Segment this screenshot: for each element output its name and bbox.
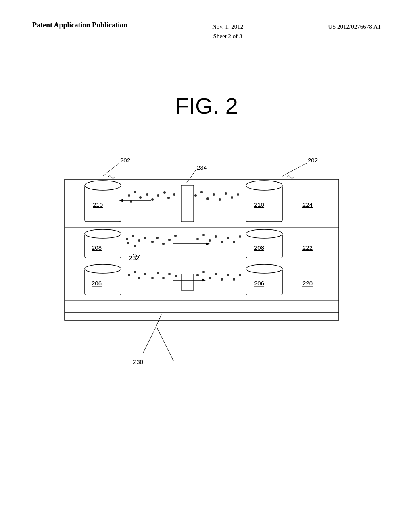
svg-point-70 <box>221 278 223 281</box>
svg-rect-19 <box>181 274 194 290</box>
svg-point-72 <box>233 278 235 281</box>
svg-line-80 <box>103 163 119 176</box>
svg-point-58 <box>134 271 136 273</box>
svg-marker-79 <box>202 278 206 282</box>
svg-rect-0 <box>65 179 339 320</box>
svg-point-15 <box>85 264 121 273</box>
svg-rect-18 <box>181 185 194 222</box>
svg-point-65 <box>175 275 177 277</box>
svg-line-81 <box>282 163 307 176</box>
svg-point-36 <box>231 196 233 199</box>
svg-point-39 <box>132 235 134 237</box>
svg-point-73 <box>239 274 241 276</box>
ref-202-left: 202 <box>120 157 130 164</box>
ref-210-left: 210 <box>93 201 103 208</box>
header-center: Nov. 1, 2012 Sheet 2 of 3 <box>212 20 243 41</box>
svg-point-20 <box>128 194 130 197</box>
ref-224: 224 <box>302 201 313 208</box>
ref-222: 222 <box>302 244 313 251</box>
diagram-container: 202 202 234 210 210 224 208 208 222 232 … <box>48 145 381 389</box>
svg-point-53 <box>221 241 223 243</box>
svg-point-23 <box>130 200 132 203</box>
svg-point-25 <box>151 198 154 201</box>
svg-point-35 <box>225 192 227 195</box>
svg-point-40 <box>127 242 129 244</box>
svg-point-46 <box>162 243 165 245</box>
svg-point-64 <box>168 273 171 275</box>
header-date: Nov. 1, 2012 <box>212 23 243 30</box>
svg-point-31 <box>200 191 203 193</box>
svg-point-49 <box>196 238 199 240</box>
svg-marker-77 <box>206 242 210 245</box>
svg-point-37 <box>237 193 239 196</box>
svg-point-34 <box>219 198 221 201</box>
figure-title: FIG. 2 <box>0 93 413 119</box>
svg-point-44 <box>151 241 154 243</box>
ref-234: 234 <box>197 164 207 171</box>
page-header: Patent Application Publication Nov. 1, 2… <box>32 20 381 41</box>
svg-point-54 <box>227 237 229 239</box>
svg-point-17 <box>246 264 282 273</box>
svg-point-41 <box>138 239 140 242</box>
ref-230: 230 <box>133 358 143 365</box>
svg-point-52 <box>215 235 217 238</box>
svg-line-83 <box>155 314 161 328</box>
ref-202-right: 202 <box>308 157 318 164</box>
patent-diagram: 202 202 234 210 210 224 208 208 222 232 … <box>48 145 363 387</box>
header-patent-number: US 2012/0276678 A1 <box>328 20 381 31</box>
ref-210-right: 210 <box>254 201 264 208</box>
svg-point-50 <box>202 234 205 236</box>
svg-point-22 <box>139 196 142 199</box>
svg-point-48 <box>174 235 177 237</box>
svg-point-59 <box>138 277 140 279</box>
header-sheet: Sheet 2 of 3 <box>213 33 242 39</box>
svg-point-32 <box>206 197 209 200</box>
ref-206-right: 206 <box>254 280 264 287</box>
svg-point-13 <box>246 229 282 238</box>
svg-point-68 <box>209 277 211 279</box>
svg-point-21 <box>134 191 136 193</box>
svg-point-7 <box>85 181 121 190</box>
svg-point-33 <box>213 193 215 196</box>
svg-point-60 <box>144 273 146 275</box>
svg-point-24 <box>146 193 148 196</box>
svg-point-29 <box>173 193 175 196</box>
svg-point-66 <box>196 274 199 276</box>
svg-point-27 <box>163 191 166 194</box>
svg-point-45 <box>156 237 159 239</box>
svg-point-42 <box>134 245 136 247</box>
svg-point-11 <box>85 229 121 238</box>
svg-point-62 <box>157 272 159 274</box>
svg-point-43 <box>144 237 146 239</box>
svg-point-56 <box>239 235 241 238</box>
svg-point-38 <box>126 238 128 240</box>
svg-line-84 <box>143 328 155 353</box>
svg-point-63 <box>162 277 165 279</box>
svg-point-26 <box>157 194 159 197</box>
ref-232: 232 <box>129 254 139 261</box>
svg-point-9 <box>246 181 282 190</box>
ref-208-right: 208 <box>254 244 264 251</box>
ref-220: 220 <box>302 280 313 287</box>
svg-point-69 <box>215 273 217 275</box>
svg-point-55 <box>233 241 235 243</box>
svg-point-67 <box>202 271 205 273</box>
publication-label: Patent Application Publication <box>32 20 127 30</box>
svg-point-28 <box>167 197 170 199</box>
svg-point-71 <box>227 274 229 276</box>
svg-point-30 <box>194 194 197 197</box>
svg-point-51 <box>209 239 211 242</box>
svg-line-82 <box>186 170 196 184</box>
svg-point-47 <box>168 239 171 241</box>
ref-206-left: 206 <box>92 280 102 287</box>
svg-point-61 <box>151 277 154 279</box>
svg-point-57 <box>128 274 130 276</box>
ref-208-left: 208 <box>92 244 102 251</box>
